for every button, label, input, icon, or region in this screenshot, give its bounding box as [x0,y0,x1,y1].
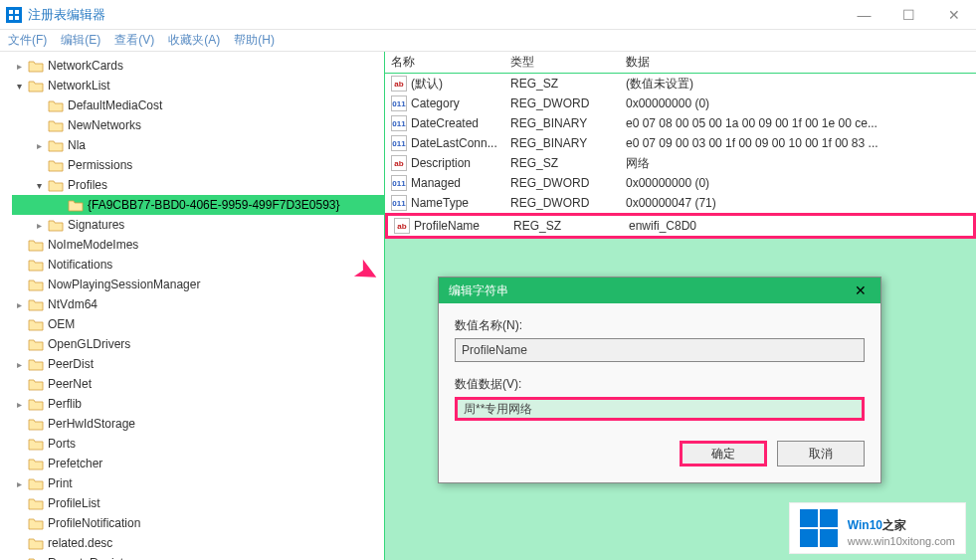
tree-node[interactable]: ▾Profiles [12,175,384,195]
window-controls: — ☐ ✕ [842,0,976,30]
tree-label: NetworkList [48,79,110,93]
tree-label: PeerNet [48,377,92,391]
value-type: REG_SZ [510,156,626,170]
tree-label: Perflib [48,397,82,411]
folder-icon [28,59,44,73]
value-name: DateCreated [411,116,479,130]
values-header: 名称 类型 数据 [385,52,976,74]
tree-label: PeerDist [48,357,94,371]
menu-favorites[interactable]: 收藏夹(A) [168,32,220,49]
chevron-icon[interactable]: ▾ [32,180,46,191]
menu-edit[interactable]: 编辑(E) [61,32,100,49]
value-data: 0x00000000 (0) [626,96,976,110]
values-body: ab(默认)REG_SZ(数值未设置)011CategoryREG_DWORD0… [385,74,976,239]
tree-node[interactable]: ▸NewNetworks [12,115,384,135]
tree-node[interactable]: ▸NowPlayingSessionManager [12,275,384,294]
tree-label: OEM [48,317,75,331]
cancel-button[interactable]: 取消 [777,441,865,467]
value-row[interactable]: abDescriptionREG_SZ网络 [385,153,976,173]
folder-icon [48,218,64,232]
tree-node[interactable]: ▸NtVdm64 [12,294,384,314]
maximize-button[interactable]: ☐ [886,0,931,30]
value-type: REG_DWORD [510,176,626,190]
tree-node[interactable]: ▸ProfileNotification [12,513,384,533]
svg-rect-1 [15,10,19,14]
watermark: Win10之家 www.win10xitong.com [789,502,966,554]
folder-icon [28,278,44,291]
value-type: REG_SZ [513,219,629,233]
value-type: REG_DWORD [510,196,626,210]
minimize-button[interactable]: — [842,0,886,30]
value-row[interactable]: 011ManagedREG_DWORD0x00000000 (0) [385,173,976,193]
tree-node[interactable]: ▸Print [12,473,384,493]
chevron-icon[interactable]: ▸ [32,140,46,151]
tree-label: DefaultMediaCost [68,98,162,112]
close-button[interactable]: ✕ [931,0,976,30]
value-row[interactable]: 011NameTypeREG_DWORD0x00000047 (71) [385,193,976,213]
value-row[interactable]: 011CategoryREG_DWORD0x00000000 (0) [385,93,976,113]
edit-string-dialog: 编辑字符串 ✕ 数值名称(N): 数值数据(V): 确定 取消 [438,277,881,483]
registry-tree[interactable]: ▸NetworkCards▾NetworkList▸DefaultMediaCo… [0,52,385,560]
value-name-input[interactable] [455,338,865,362]
value-row[interactable]: 011DateCreatedREG_BINARYe0 07 08 00 05 0… [385,113,976,133]
tree-node[interactable]: ▸DefaultMediaCost [12,95,384,115]
tree-label: OpenGLDrivers [48,337,130,351]
tree-node[interactable]: ▸Prefetcher [12,454,384,473]
menu-file[interactable]: 文件(F) [8,32,47,49]
tree-node[interactable]: ▾NetworkList [12,76,384,95]
tree-node[interactable]: ▸Ports [12,434,384,454]
value-type: REG_BINARY [510,116,626,130]
tree-node[interactable]: ▸PeerNet [12,374,384,394]
chevron-icon[interactable]: ▸ [12,61,26,72]
tree-node[interactable]: ▸NoImeModeImes [12,235,384,255]
folder-icon [28,238,44,252]
value-row[interactable]: ab(默认)REG_SZ(数值未设置) [385,74,976,93]
value-type-icon: ab [391,76,407,92]
tree-node[interactable]: ▸OEM [12,314,384,334]
value-type-icon: 011 [391,115,407,131]
tree-node[interactable]: ▸RemoteRegistry [12,553,384,560]
tree-node[interactable]: ▸{FA9CBB77-BBD0-406E-9959-499F7D3E0593} [12,195,384,215]
value-type-icon: 011 [391,135,407,151]
tree-node[interactable]: ▸Signatures [12,215,384,235]
folder-icon [48,158,64,172]
value-data: e0 07 09 00 03 00 1f 00 09 00 10 00 1f 0… [626,136,976,150]
folder-icon [28,437,44,451]
tree-node[interactable]: ▸Permissions [12,155,384,175]
chevron-icon[interactable]: ▸ [12,478,26,489]
value-type-icon: 011 [391,95,407,111]
tree-node[interactable]: ▸related.desc [12,533,384,553]
folder-icon [28,357,44,371]
value-row[interactable]: abProfileNameREG_SZenwifi_C8D0 [385,213,976,239]
menu-help[interactable]: 帮助(H) [234,32,275,49]
tree-node[interactable]: ▸Perflib [12,394,384,414]
tree-node[interactable]: ▸ProfileList [12,493,384,513]
col-name[interactable]: 名称 [391,54,510,71]
col-type[interactable]: 类型 [510,54,626,71]
tree-node[interactable]: ▸PerHwIdStorage [12,414,384,434]
chevron-icon[interactable]: ▸ [12,299,26,310]
tree-node[interactable]: ▸PeerDist [12,354,384,374]
tree-label: Profiles [68,178,107,192]
chevron-icon[interactable]: ▸ [12,399,26,410]
tree-node[interactable]: ▸OpenGLDrivers [12,334,384,354]
value-row[interactable]: 011DateLastConn...REG_BINARYe0 07 09 00 … [385,133,976,153]
value-name: NameType [411,196,469,210]
chevron-icon[interactable]: ▾ [12,81,26,92]
col-data[interactable]: 数据 [626,54,976,71]
menu-view[interactable]: 查看(V) [114,32,154,49]
tree-node[interactable]: ▸NetworkCards [12,56,384,76]
tree-node[interactable]: ▸Notifications [12,255,384,275]
tree-label: ProfileList [48,496,100,510]
chevron-icon[interactable]: ▸ [32,220,46,231]
value-data-input[interactable] [455,397,865,421]
folder-icon [28,397,44,411]
value-data: 0x00000047 (71) [626,196,976,210]
chevron-icon[interactable]: ▸ [12,359,26,370]
ok-button[interactable]: 确定 [680,441,767,467]
folder-icon [48,178,64,192]
value-name: DateLastConn... [411,136,497,150]
folder-icon [28,337,44,351]
tree-node[interactable]: ▸Nla [12,135,384,155]
dialog-close-button[interactable]: ✕ [841,282,880,298]
